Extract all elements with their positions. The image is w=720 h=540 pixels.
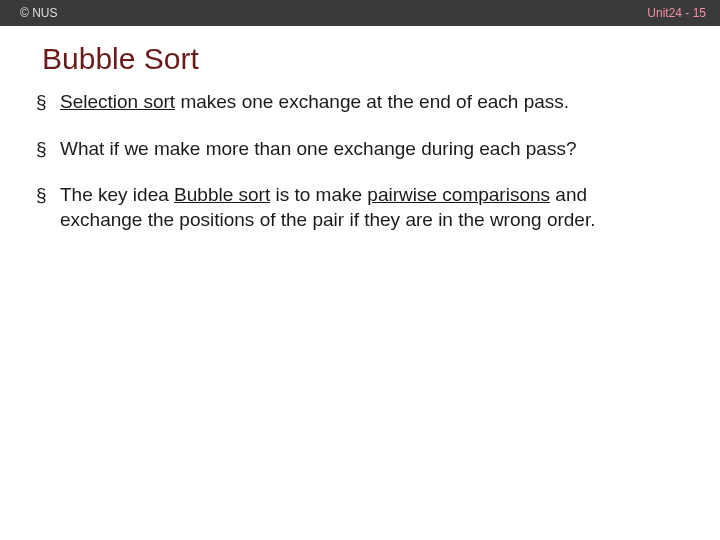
list-item: The key idea Bubble sort is to make pair… [36, 183, 664, 232]
text-segment: What if we make more than one exchange d… [60, 138, 576, 159]
list-item: Selection sort makes one exchange at the… [36, 90, 664, 115]
slide-content: Selection sort makes one exchange at the… [0, 90, 720, 233]
text-segment: The key idea [60, 184, 174, 205]
text-segment: makes one exchange at the end of each pa… [175, 91, 569, 112]
text-segment: is to make [270, 184, 367, 205]
list-item: What if we make more than one exchange d… [36, 137, 664, 162]
copyright-text: © NUS [20, 6, 58, 20]
bullet-list: Selection sort makes one exchange at the… [36, 90, 664, 233]
underlined-text: pairwise comparisons [367, 184, 550, 205]
slide-header: © NUS Unit24 - 15 [0, 0, 720, 26]
slide-title: Bubble Sort [0, 26, 720, 90]
underlined-text: Bubble sort [174, 184, 270, 205]
unit-page-label: Unit24 - 15 [647, 6, 706, 20]
underlined-text: Selection sort [60, 91, 175, 112]
